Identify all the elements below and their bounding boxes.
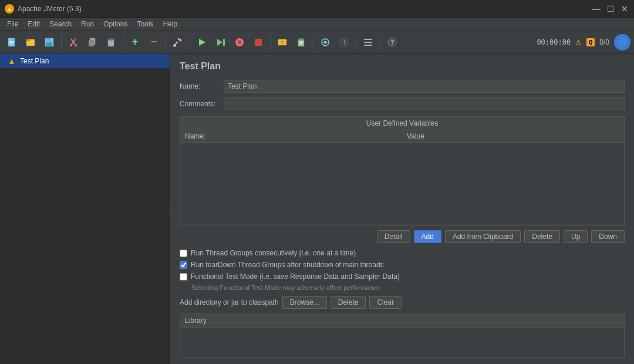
start-no-pause-button[interactable] [213, 34, 229, 50]
comments-label: Comments: [180, 100, 224, 108]
run-consecutive-label[interactable]: Run Thread Groups consecutively (i.e. on… [191, 249, 356, 257]
svg-rect-25 [238, 41, 241, 44]
library-header: Library [180, 314, 624, 328]
sidebar: ▲ Test Plan [0, 54, 170, 364]
toolbar-sep-4 [190, 35, 190, 49]
udv-empty-row [180, 143, 624, 225]
toolbar-sep-8 [380, 35, 380, 49]
toggle-button[interactable] [170, 34, 186, 50]
resize-handle[interactable]: ⋮ [167, 54, 172, 364]
close-button[interactable]: ✕ [620, 4, 629, 14]
checks-section: Run Thread Groups consecutively (i.e. on… [180, 249, 625, 291]
content-area: Test Plan Name: Comments: User Defined V… [170, 54, 634, 364]
name-row: Name: [180, 80, 625, 93]
open-button[interactable] [22, 34, 39, 50]
classpath-delete-button[interactable]: Delete [331, 296, 366, 309]
toolbar-sep-3 [166, 35, 166, 49]
title-bar: ▲ Apache JMeter (5.3) — ☐ ✕ [0, 0, 634, 18]
udv-buttons-row: Detail Add Add from Clipboard Delete Up … [180, 230, 625, 243]
comments-row: Comments: [180, 97, 625, 110]
udv-header: User Defined Variables [180, 117, 624, 130]
up-button[interactable]: Up [564, 230, 588, 243]
svg-rect-44 [364, 42, 372, 43]
svg-rect-16 [109, 38, 113, 41]
functional-checkbox[interactable] [180, 273, 187, 281]
svg-rect-5 [26, 39, 30, 41]
menu-bar: File Edit Search Run Options Tools Help [0, 18, 634, 31]
add-button[interactable]: Add [414, 230, 441, 243]
svg-rect-0 [8, 38, 15, 46]
name-input[interactable] [224, 80, 625, 93]
shutdown-button[interactable] [250, 34, 267, 50]
remote-start-button[interactable] [274, 34, 291, 50]
new-button[interactable] [4, 34, 20, 50]
classpath-clear-button[interactable]: Clear [369, 296, 402, 309]
menu-file[interactable]: File [2, 19, 23, 29]
error-ratio: 0/0 [599, 38, 609, 46]
toolbar: + − [0, 31, 634, 54]
classpath-section: Add directory or jar to classpath Browse… [180, 296, 625, 309]
run-consecutive-row: Run Thread Groups consecutively (i.e. on… [180, 249, 625, 257]
tree-view-button[interactable] [360, 34, 376, 50]
add-element-button[interactable]: + [127, 34, 143, 50]
udv-col-name: Name: [180, 130, 402, 143]
svg-rect-8 [46, 42, 52, 46]
svg-rect-45 [364, 45, 372, 46]
udv-col-value: Value [402, 130, 624, 143]
menu-tools[interactable]: Tools [132, 19, 158, 29]
stop-button[interactable] [231, 34, 248, 50]
svg-marker-22 [217, 39, 222, 46]
menu-options[interactable]: Options [99, 19, 132, 29]
udv-table: Name: Value [180, 130, 624, 225]
svg-rect-31 [299, 38, 303, 41]
udv-section: User Defined Variables Name: Value [180, 116, 625, 225]
svg-point-12 [75, 44, 77, 46]
globe-button[interactable] [614, 34, 630, 50]
functional-label[interactable]: Functional Test Mode (i.e. save Response… [191, 272, 400, 281]
save-button[interactable] [41, 34, 58, 50]
menu-edit[interactable]: Edit [23, 19, 45, 29]
menu-run[interactable]: Run [76, 19, 99, 29]
warning-icon: ⚠ [575, 38, 582, 46]
toolbar-sep-7 [356, 35, 356, 49]
minus-icon: − [151, 36, 157, 48]
remove-element-button[interactable]: − [146, 34, 162, 50]
down-button[interactable]: Down [591, 230, 625, 243]
teardown-label[interactable]: Run tearDown Thread Groups after shutdow… [191, 261, 384, 269]
toolbar-sep-1 [61, 35, 62, 49]
menu-search[interactable]: Search [45, 19, 76, 29]
paste-button[interactable] [103, 34, 119, 50]
copy-button[interactable] [84, 34, 100, 50]
library-body [180, 328, 624, 357]
start-button[interactable] [194, 34, 210, 50]
svg-text:⋮: ⋮ [341, 39, 348, 47]
svg-point-19 [173, 44, 176, 47]
app-icon: ▲ [5, 4, 14, 14]
detail-button[interactable]: Detail [377, 230, 410, 243]
maximize-button[interactable]: ☐ [606, 4, 615, 14]
delete-button[interactable]: Delete [524, 230, 560, 243]
title-bar-controls: — ☐ ✕ [592, 4, 629, 14]
svg-rect-26 [255, 39, 262, 46]
svg-marker-21 [199, 39, 205, 46]
cut-button[interactable] [65, 34, 82, 50]
testplan-icon: ▲ [7, 56, 16, 66]
teardown-checkbox[interactable] [180, 261, 187, 269]
svg-rect-43 [364, 39, 372, 40]
teardown-row: Run tearDown Thread Groups after shutdow… [180, 261, 625, 269]
functional-row: Functional Test Mode (i.e. save Response… [180, 272, 625, 281]
functional-info: Selecting Functional Test Mode may adver… [191, 284, 625, 291]
browse-button[interactable]: Browse... [282, 296, 327, 309]
minimize-button[interactable]: — [592, 4, 601, 14]
svg-rect-7 [46, 38, 51, 41]
remote-clipboard-button[interactable] [293, 34, 309, 50]
add-from-clipboard-button[interactable]: Add from Clipboard [445, 230, 521, 243]
function-helper-button[interactable]: ⋮ [336, 34, 352, 50]
run-consecutive-checkbox[interactable] [180, 250, 187, 257]
menu-help[interactable]: Help [158, 19, 182, 29]
sidebar-item-testplan[interactable]: ▲ Test Plan [0, 54, 170, 68]
help-button[interactable]: ? [384, 34, 400, 50]
warning-count: 0 [586, 38, 595, 46]
config-button[interactable] [317, 34, 333, 50]
comments-input[interactable] [224, 97, 625, 110]
